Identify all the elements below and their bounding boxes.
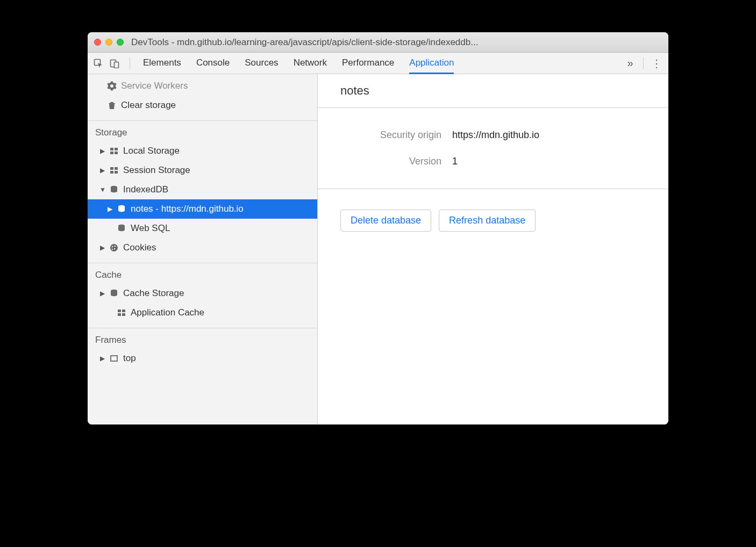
chevron-right-icon: ▶ [99, 355, 105, 362]
toolbar: Elements Console Sources Network Perform… [88, 53, 668, 74]
sidebar-section-label: Storage [88, 121, 317, 141]
svg-rect-3 [110, 148, 113, 150]
detail-row-version: Version 1 [318, 148, 668, 175]
database-icon [109, 185, 119, 195]
sidebar-item-application-cache[interactable]: ▶ Application Cache [88, 303, 317, 322]
tab-console[interactable]: Console [196, 53, 230, 74]
application-sidebar: Service Workers Clear storage Storage ▶ [88, 74, 318, 424]
svg-point-18 [112, 249, 113, 250]
grid-icon [117, 308, 126, 318]
frame-icon [109, 354, 119, 363]
main-panel: notes Security origin https://mdn.github… [318, 74, 668, 424]
tab-network[interactable]: Network [294, 53, 327, 74]
tab-application[interactable]: Application [409, 53, 454, 74]
grid-icon [109, 146, 119, 156]
sidebar-item-local-storage[interactable]: ▶ Local Storage [88, 141, 317, 161]
svg-point-15 [112, 246, 113, 247]
sidebar-item-label: top [123, 353, 136, 364]
sidebar-section-label: Frames [88, 328, 317, 349]
devtools-window: DevTools - mdn.github.io/learning-area/j… [88, 32, 668, 424]
svg-point-17 [114, 248, 115, 249]
sidebar-section-application: Service Workers Clear storage [88, 74, 317, 121]
tab-elements[interactable]: Elements [143, 53, 181, 74]
divider [643, 57, 644, 69]
kebab-menu-icon[interactable]: ⋮ [649, 56, 664, 71]
svg-rect-23 [122, 313, 125, 316]
svg-rect-6 [115, 152, 118, 154]
gear-icon [107, 81, 117, 91]
sidebar-item-notes-db[interactable]: ▶ notes - https://mdn.github.io [88, 199, 317, 219]
titlebar: DevTools - mdn.github.io/learning-area/j… [88, 32, 668, 53]
trash-icon [107, 100, 117, 110]
sidebar-item-indexeddb[interactable]: ▼ IndexedDB [88, 180, 317, 199]
chevron-right-icon: ▶ [99, 147, 105, 155]
sidebar-item-clear-storage[interactable]: Clear storage [88, 96, 317, 115]
svg-rect-7 [110, 167, 113, 170]
sidebar-item-label: Cache Storage [123, 288, 184, 299]
delete-database-button[interactable]: Delete database [340, 210, 431, 232]
sidebar-section-label: Cache [88, 263, 317, 284]
divider [130, 57, 130, 69]
sidebar-item-label: notes - https://mdn.github.io [131, 204, 244, 214]
sidebar-section-frames: Frames ▶ top [88, 328, 317, 373]
database-actions: Delete database Refresh database [318, 189, 668, 252]
minimize-icon[interactable] [105, 39, 112, 46]
detail-value: 1 [452, 156, 458, 167]
database-details: Security origin https://mdn.github.io Ve… [318, 108, 668, 189]
svg-rect-5 [110, 152, 113, 154]
sidebar-item-label: Clear storage [121, 100, 176, 111]
chevron-right-icon: ▶ [99, 290, 105, 297]
sidebar-item-label: Service Workers [121, 81, 188, 91]
tabs-overflow-icon[interactable]: » [623, 56, 638, 71]
database-icon [109, 289, 119, 298]
sidebar-section-storage: Storage ▶ Local Storage ▶ Session Storag… [88, 121, 317, 263]
close-icon[interactable] [94, 39, 101, 46]
content-area: Service Workers Clear storage Storage ▶ [88, 74, 668, 424]
svg-rect-2 [115, 62, 119, 68]
sidebar-item-label: IndexedDB [123, 184, 168, 195]
svg-rect-9 [110, 171, 113, 174]
devtools-tabs: Elements Console Sources Network Perform… [143, 53, 623, 74]
maximize-icon[interactable] [117, 39, 124, 46]
sidebar-item-web-sql[interactable]: ▶ Web SQL [88, 219, 317, 238]
sidebar-item-label: Local Storage [123, 146, 180, 156]
svg-point-16 [115, 246, 116, 247]
svg-rect-24 [111, 356, 117, 361]
sidebar-item-service-workers[interactable]: Service Workers [88, 76, 317, 96]
chevron-right-icon: ▶ [99, 244, 105, 251]
sidebar-item-session-storage[interactable]: ▶ Session Storage [88, 161, 317, 180]
sidebar-item-label: Session Storage [123, 165, 190, 176]
database-icon [117, 204, 126, 214]
database-icon [117, 224, 126, 233]
sidebar-item-cookies[interactable]: ▶ Cookies [88, 238, 317, 257]
svg-rect-22 [118, 313, 121, 316]
inspect-icon[interactable] [92, 57, 105, 70]
traffic-lights [94, 39, 124, 46]
sidebar-item-label: Application Cache [131, 307, 204, 318]
cookie-icon [109, 243, 119, 253]
svg-rect-8 [115, 167, 118, 170]
sidebar-section-cache: Cache ▶ Cache Storage ▶ Application Cach… [88, 263, 317, 328]
sidebar-item-cache-storage[interactable]: ▶ Cache Storage [88, 284, 317, 303]
window-title: DevTools - mdn.github.io/learning-area/j… [131, 37, 662, 48]
tab-sources[interactable]: Sources [245, 53, 278, 74]
chevron-down-icon: ▼ [99, 186, 105, 193]
device-toggle-icon[interactable] [108, 57, 121, 70]
database-title: notes [318, 74, 668, 108]
chevron-right-icon: ▶ [99, 167, 105, 174]
chevron-right-icon: ▶ [107, 205, 112, 213]
grid-icon [109, 165, 119, 175]
detail-row-security-origin: Security origin https://mdn.github.io [318, 122, 668, 148]
tab-performance[interactable]: Performance [342, 53, 394, 74]
svg-rect-21 [122, 310, 125, 312]
detail-label: Version [318, 156, 452, 167]
sidebar-item-label: Web SQL [131, 223, 170, 234]
svg-rect-10 [115, 171, 118, 174]
svg-point-14 [110, 244, 118, 251]
svg-rect-4 [115, 148, 118, 150]
sidebar-item-frame-top[interactable]: ▶ top [88, 349, 317, 368]
sidebar-item-label: Cookies [123, 242, 156, 253]
detail-value: https://mdn.github.io [452, 129, 539, 141]
detail-label: Security origin [318, 129, 452, 141]
refresh-database-button[interactable]: Refresh database [439, 210, 536, 232]
